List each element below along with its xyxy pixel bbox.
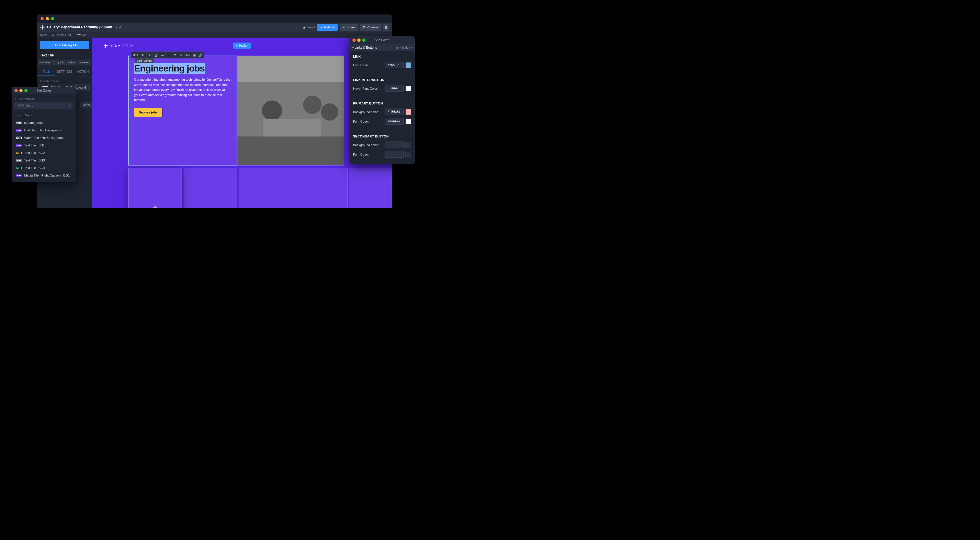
app-logo-icon[interactable] (40, 25, 45, 30)
svg-rect-1 (237, 56, 344, 82)
preset-badge-icon: P H1 (16, 144, 22, 147)
minimize-icon[interactable] (19, 89, 22, 92)
link-font-color-row: Font Color: (353, 62, 411, 68)
primary-font-input[interactable] (385, 118, 404, 125)
primary-font-swatch[interactable] (406, 119, 411, 124)
tab-settings[interactable]: SETTINGS (55, 68, 73, 76)
panel-tabs: TILE SETTINGS ACTION (37, 68, 92, 76)
links-buttons-accordion[interactable]: ▾Links & Buttons <a> <button> (350, 44, 415, 51)
primary-button-section: PRIMARY BUTTON Background color: Font Co… (350, 98, 415, 131)
rte-code-button[interactable]: </> (185, 52, 191, 58)
site-brand[interactable]: DENVERTEK (104, 44, 134, 48)
main-editor-window: Gallery: Department Recruiting (Vibrant)… (37, 14, 392, 208)
rte-image-button[interactable]: ▣ (191, 52, 197, 58)
rte-italic-button[interactable]: I (146, 52, 153, 58)
style-preset-label: STYLE PRESET (37, 76, 92, 84)
preset-dropdown[interactable]: P H1 None ▾ (14, 102, 73, 110)
topbar: Gallery: Department Recruiting (Vibrant)… (37, 22, 392, 32)
float-right-titlebar: Site Editor (350, 36, 415, 44)
secondary-font-swatch[interactable] (406, 152, 411, 157)
duplicate-button[interactable]: Duplicate (40, 60, 52, 65)
rte-clear-button[interactable]: ✐ (178, 52, 185, 58)
preset-badge-icon: P H1 (16, 159, 22, 162)
link-font-color-swatch[interactable] (406, 62, 411, 68)
traffic-lights (14, 89, 27, 92)
preset-item[interactable]: P H1None (14, 112, 73, 119)
minimize-icon[interactable] (46, 17, 49, 20)
float-left-titlebar: Site Editor (11, 87, 76, 94)
primary-bg-input[interactable] (385, 108, 404, 115)
maximize-icon[interactable] (362, 38, 366, 42)
add-tile-button[interactable]: + Add Tile ⤡ (128, 168, 182, 208)
edit-link[interactable]: Edit (116, 26, 121, 29)
rte-ul-button[interactable]: ☰ (165, 52, 172, 58)
preset-item[interactable]: P H1Text Tile : BG3 (14, 157, 73, 164)
preset-item[interactable]: P H1Media Tile : Right Caption : BG1 (14, 172, 73, 179)
primary-bg-swatch[interactable] (406, 109, 411, 115)
delete-button[interactable]: Delete (78, 60, 90, 65)
primary-font-row: Font Color: (353, 118, 411, 125)
list-ol-icon: ≡ (174, 53, 176, 57)
share-button[interactable]: ⋔Share (340, 24, 358, 31)
preview-button[interactable]: ⧉Preview (360, 24, 381, 31)
preset-item[interactable]: P H1Text Tile : BG1 (14, 142, 73, 149)
preset-item[interactable]: P H1Text Tile : BG2 (14, 149, 73, 156)
close-icon[interactable] (352, 38, 356, 42)
hover-font-color-input[interactable] (385, 85, 404, 92)
grid-tile-6[interactable] (239, 168, 348, 208)
breadcrumb-grid[interactable]: 4 Column Grid (52, 33, 71, 37)
svg-point-4 (303, 95, 322, 114)
brand-icon (104, 44, 108, 48)
svg-rect-6 (264, 119, 321, 137)
copy-button[interactable]: Copy ⎘ (53, 60, 65, 65)
breadcrumb-home[interactable]: Home (40, 33, 48, 37)
tab-action[interactable]: ACTION (74, 68, 92, 76)
image-tile[interactable] (237, 56, 344, 165)
maximize-icon[interactable] (24, 89, 27, 92)
preset-item[interactable]: P H1Dark Text : No Background (14, 127, 73, 134)
tab-tile[interactable]: TILE (37, 68, 55, 76)
rte-ol-button[interactable]: ≡ (172, 52, 178, 58)
browse-jobs-button[interactable]: Browse jobs (134, 108, 162, 117)
rte-hr-button[interactable]: — (159, 52, 165, 58)
width-value[interactable]: 100% (80, 102, 92, 108)
tile-actions: Duplicate Copy ⎘ Replace Delete (37, 60, 92, 68)
rte-bold-button[interactable]: B (140, 52, 146, 58)
panel-title: Text Tile (37, 52, 92, 60)
traffic-lights (41, 17, 54, 20)
replace-button[interactable]: Replace (66, 60, 77, 65)
rte-link-button[interactable]: 🔗 (197, 52, 204, 58)
preset-item[interactable]: P H1square_image (14, 119, 73, 126)
minimize-icon[interactable] (357, 38, 361, 42)
secondary-bg-swatch[interactable] (406, 142, 411, 148)
publish-button[interactable]: ☁Publish (317, 24, 337, 31)
rte-underline-button[interactable]: U (153, 52, 159, 58)
mobile-preview-button[interactable]: ▯ (383, 24, 389, 31)
rte-heading-dropdown[interactable]: H1 ▾ (131, 52, 140, 58)
link-section: LINK Font Color: (350, 51, 415, 75)
close-icon[interactable] (41, 17, 44, 20)
heading-selection[interactable]: Engineering jobs (134, 63, 205, 74)
maximize-icon[interactable] (51, 17, 54, 20)
close-icon[interactable] (14, 89, 18, 92)
canvas[interactable]: DENVERTEK + Section Make main c H1 ▾ B I… (92, 38, 392, 208)
grid-row-2: + Add Tile ⤡ (128, 168, 392, 208)
grid-tile-7[interactable] (350, 168, 392, 208)
done-editing-button[interactable]: ‹ Done Editing Tile (40, 41, 89, 49)
hover-font-color-swatch[interactable] (406, 86, 411, 91)
link-font-color-input[interactable] (385, 62, 404, 68)
saved-status: ◉ Saved (303, 26, 315, 29)
image-icon: ▣ (193, 53, 196, 57)
breadcrumb-current: Text Tile (75, 33, 86, 37)
site-editor-styles-panel: Site Editor ▾Links & Buttons <a> <button… (350, 36, 415, 164)
preset-item[interactable]: P H1Text Tile : BG4 (14, 164, 73, 172)
grid-tile-5[interactable] (184, 168, 237, 208)
add-section-button[interactable]: + Section (233, 43, 251, 49)
svg-rect-2 (237, 137, 344, 165)
secondary-font-input[interactable] (385, 151, 404, 158)
text-tile-selected[interactable]: Engineering jobs Our favorite thing abou… (128, 56, 237, 165)
secondary-bg-row: Background color: (353, 141, 411, 148)
traffic-lights (352, 38, 366, 42)
preset-item[interactable]: P H1White Text : No Background (14, 134, 73, 141)
secondary-bg-input[interactable] (385, 141, 404, 148)
